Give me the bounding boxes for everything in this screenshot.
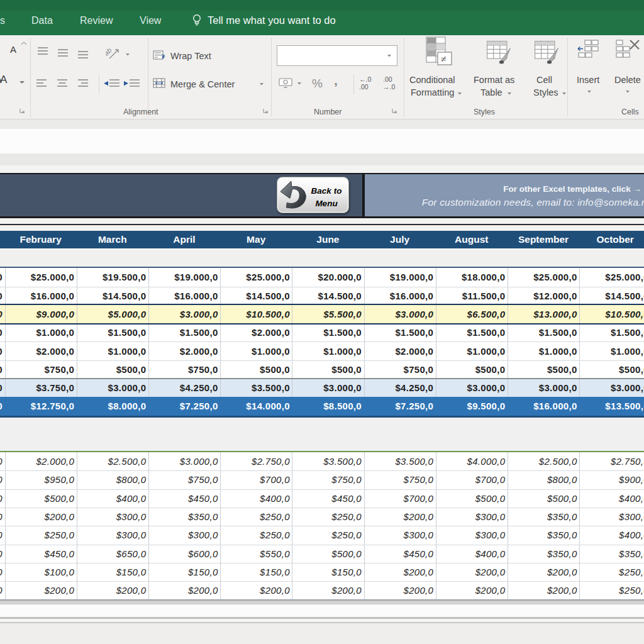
svg-text:≠: ≠: [441, 53, 447, 64]
